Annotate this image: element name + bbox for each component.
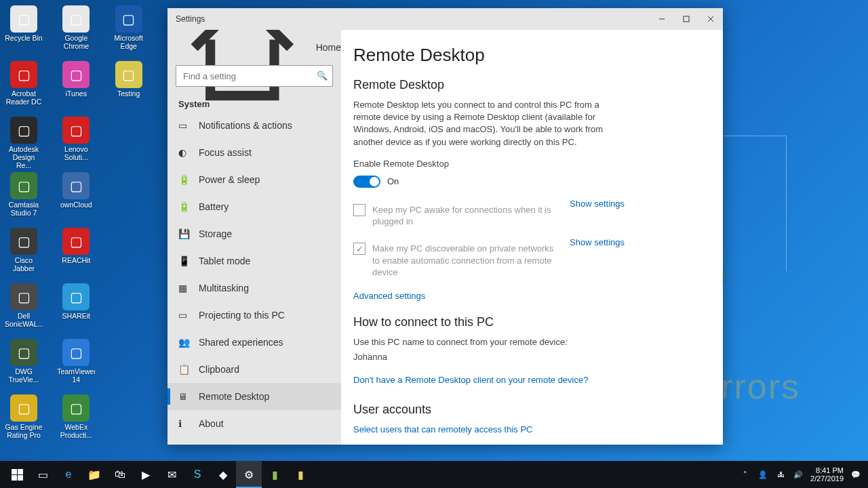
desktop-icon[interactable]: ▢Microsoft Edge [109, 4, 149, 58]
app-icon: ▢ [10, 5, 37, 33]
nav-icon: ◐ [178, 147, 189, 158]
no-client-link[interactable]: Don't have a Remote Desktop client on yo… [353, 375, 588, 385]
app-icon: ▢ [62, 61, 90, 88]
nav-icon: ▭ [178, 310, 189, 321]
tray-date: 2/27/2019 [810, 474, 844, 483]
taskbar-store[interactable]: 🛍 [107, 461, 133, 488]
sidebar-item-label: Tablet mode [199, 256, 250, 266]
desktop-icon[interactable]: ▢Dell SonicWAL... [4, 282, 43, 336]
sidebar-item-clipboard[interactable]: 📋Clipboard [167, 356, 341, 383]
keep-awake-checkbox[interactable] [353, 204, 366, 216]
desktop-icon[interactable]: ▢TeamViewer 14 [56, 338, 96, 392]
task-view-button[interactable]: ▭ [30, 461, 56, 488]
app-icon: ▢ [10, 228, 37, 255]
sidebar-item-tablet-mode[interactable]: 📱Tablet mode [167, 247, 341, 274]
sidebar-item-multitasking[interactable]: ▦Multitasking [167, 274, 341, 302]
sidebar-item-projecting-to-this-pc[interactable]: ▭Projecting to this PC [167, 302, 341, 329]
maximize-button[interactable] [674, 8, 698, 30]
desktop-icon[interactable]: ▢Google Chrome [56, 4, 96, 58]
select-users-link[interactable]: Select users that can remotely access th… [353, 424, 532, 434]
tray-notifications-icon[interactable]: 💬 [850, 469, 861, 480]
sidebar-item-remote-desktop[interactable]: 🖥Remote Desktop [167, 383, 341, 410]
taskbar-mail[interactable]: ✉ [159, 461, 184, 488]
sidebar-item-label: Notifications & actions [199, 120, 292, 131]
sidebar-item-label: Remote Desktop [199, 391, 269, 402]
taskbar-edge[interactable]: e [56, 461, 81, 488]
enable-remote-desktop-toggle[interactable] [353, 176, 380, 188]
taskbar-app2[interactable]: ▮ [262, 461, 288, 488]
content-pane: Remote Desktop Remote Desktop Remote Des… [341, 30, 723, 445]
desktop-icon[interactable]: ▢DWG TrueVie... [4, 338, 43, 392]
taskbar-skype[interactable]: S [184, 461, 210, 488]
sidebar-item-shared-experiences[interactable]: 👥Shared experiences [167, 329, 341, 356]
show-settings-link-1[interactable]: Show settings [570, 199, 625, 209]
cursor-highlight [721, 253, 723, 302]
desktop-icon[interactable]: ▢Recycle Bin [4, 4, 43, 58]
taskbar-app1[interactable]: ◆ [210, 461, 236, 488]
app-icon: ▢ [10, 394, 37, 422]
close-button[interactable] [698, 8, 723, 30]
tray-clock[interactable]: 8:41 PM 2/27/2019 [810, 466, 844, 483]
desktop-icon-label: SHAREit [62, 312, 90, 320]
tray-volume-icon[interactable]: 🔊 [793, 469, 804, 480]
sidebar-item-label: Shared experiences [199, 337, 283, 348]
titlebar: Settings [167, 8, 723, 30]
sidebar-item-battery[interactable]: 🔋Battery [167, 193, 341, 220]
app-icon: ▢ [10, 61, 37, 88]
sidebar-item-label: Clipboard [199, 364, 239, 375]
search-input[interactable] [176, 65, 333, 87]
taskbar-notes[interactable]: ▮ [288, 461, 313, 488]
desktop-icon-label: Google Chrome [57, 34, 95, 50]
desktop-icon[interactable]: ▢Testing [109, 60, 149, 114]
sidebar-item-about[interactable]: ℹAbout [167, 410, 341, 437]
desktop-icon[interactable]: ▢Gas Engine Rating Pro [4, 393, 43, 447]
window-title: Settings [176, 14, 205, 24]
sidebar-home[interactable]: Home [167, 34, 341, 61]
page-title: Remote Desktop [353, 45, 703, 66]
sidebar-item-focus-assist[interactable]: ◐Focus assist [167, 139, 341, 166]
sidebar-item-label: Projecting to this PC [199, 310, 285, 321]
taskbar-media[interactable]: ▶ [133, 461, 159, 488]
toggle-state-label: On [387, 176, 399, 186]
nav-icon: ℹ [178, 418, 189, 429]
remote-desktop-description: Remote Desktop lets you connect to and c… [353, 99, 625, 148]
desktop-icon-label: ownCloud [60, 201, 92, 209]
desktop-icon[interactable]: ▢Autodesk Design Re... [4, 115, 43, 169]
desktop-icon[interactable]: ▢WebEx Producti... [56, 393, 96, 447]
desktop-icon[interactable]: ▢Lenovo Soluti... [56, 115, 96, 169]
start-button[interactable] [4, 461, 30, 488]
desktop-icon-label: Autodesk Design Re... [5, 145, 43, 169]
tray-chevron-icon[interactable]: ˄ [740, 469, 751, 480]
discoverable-label: Make my PC discoverable on private netwo… [372, 243, 562, 279]
desktop-icon[interactable]: ▢iTunes [56, 60, 96, 114]
show-settings-link-2[interactable]: Show settings [570, 237, 625, 247]
discoverable-checkbox[interactable]: ✓ [353, 243, 366, 255]
nav-icon: 🖥 [178, 391, 189, 402]
sidebar-item-power-sleep[interactable]: 🔋Power & sleep [167, 166, 341, 193]
desktop-icon[interactable]: ▢SHAREit [56, 282, 96, 336]
taskbar-explorer[interactable]: 📁 [81, 461, 107, 488]
section-user-accounts: User accounts [353, 403, 703, 417]
desktop-icon[interactable]: ▢ownCloud [56, 171, 96, 225]
advanced-settings-link[interactable]: Advanced settings [353, 291, 425, 301]
app-icon: ▢ [10, 172, 37, 199]
desktop-icon[interactable]: ▢REACHit [56, 226, 96, 281]
desktop-icon[interactable]: ▢Camtasia Studio 7 [4, 171, 43, 225]
app-icon: ▢ [10, 339, 37, 366]
nav-icon: 🔋 [178, 174, 189, 185]
sidebar-item-storage[interactable]: 💾Storage [167, 220, 341, 247]
app-icon: ▢ [62, 117, 90, 144]
desktop-icon[interactable]: ▢Cisco Jabber [4, 226, 43, 281]
app-icon: ▢ [62, 283, 90, 310]
minimize-button[interactable] [650, 8, 674, 30]
app-icon: ▢ [62, 172, 90, 199]
tray-network-icon[interactable]: 🖧 [775, 469, 786, 480]
tray-people-icon[interactable]: 👤 [757, 469, 768, 480]
sidebar-item-label: Power & sleep [199, 174, 260, 185]
taskbar-settings[interactable]: ⚙ [236, 461, 262, 488]
desktop-icon[interactable]: ▢Acrobat Reader DC [4, 60, 43, 114]
sidebar-item-notifications-actions[interactable]: ▭Notifications & actions [167, 112, 341, 139]
taskbar: ▭ e 📁 🛍 ▶ ✉ S ◆ ⚙ ▮ ▮ ˄ 👤 🖧 🔊 8:41 PM 2/… [0, 461, 868, 488]
sidebar-item-label: Multitasking [199, 283, 249, 293]
desktop-icon-label: Recycle Bin [5, 34, 42, 42]
